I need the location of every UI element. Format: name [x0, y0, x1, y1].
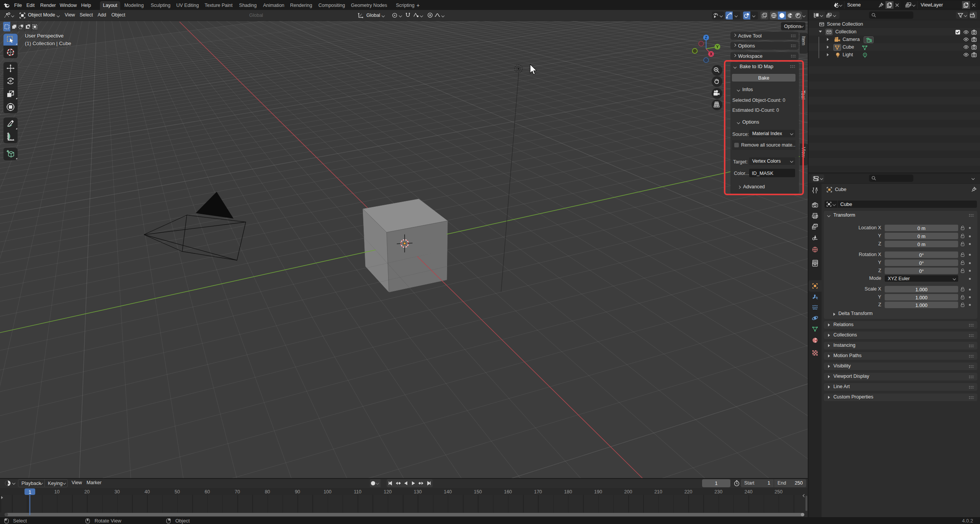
- svg-text:X: X: [710, 52, 712, 56]
- svg-text:Z: Z: [705, 35, 707, 40]
- svg-text:Y: Y: [716, 44, 719, 49]
